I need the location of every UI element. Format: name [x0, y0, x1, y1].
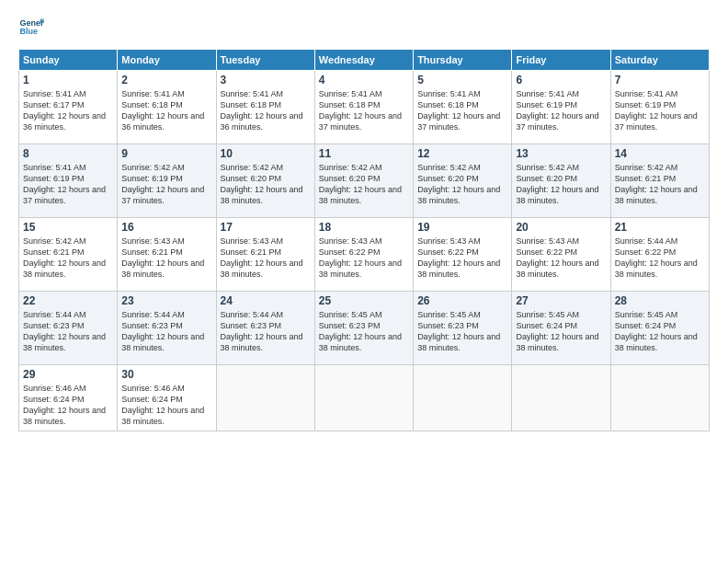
- sunrise-label: Sunrise: 5:44 AM: [615, 236, 678, 246]
- daylight-label: Daylight: 12 hours and 36 minutes.: [221, 111, 303, 132]
- sunrise-label: Sunrise: 5:41 AM: [23, 89, 86, 98]
- sunrise-label: Sunrise: 5:43 AM: [417, 236, 481, 246]
- sunrise-label: Sunrise: 5:41 AM: [516, 89, 579, 98]
- day-number: 26: [417, 294, 507, 307]
- calendar-cell: 1 Sunrise: 5:41 AM Sunset: 6:17 PM Dayli…: [19, 71, 118, 144]
- sunrise-label: Sunrise: 5:41 AM: [319, 89, 382, 98]
- day-number: 8: [23, 147, 113, 160]
- day-number: 9: [121, 147, 211, 160]
- sunset-label: Sunset: 6:20 PM: [221, 174, 282, 183]
- sunset-label: Sunset: 6:19 PM: [23, 174, 85, 183]
- day-info: Sunrise: 5:41 AM Sunset: 6:18 PM Dayligh…: [319, 88, 409, 133]
- sunset-label: Sunset: 6:18 PM: [319, 100, 381, 109]
- calendar-cell: 4 Sunrise: 5:41 AM Sunset: 6:18 PM Dayli…: [314, 71, 413, 144]
- sunset-label: Sunset: 6:21 PM: [615, 174, 677, 183]
- daylight-label: Daylight: 12 hours and 36 minutes.: [121, 111, 204, 132]
- daylight-label: Daylight: 12 hours and 38 minutes.: [221, 185, 303, 205]
- sunset-label: Sunset: 6:23 PM: [121, 321, 183, 330]
- day-info: Sunrise: 5:42 AM Sunset: 6:21 PM Dayligh…: [615, 162, 705, 207]
- day-info: Sunrise: 5:41 AM Sunset: 6:18 PM Dayligh…: [221, 88, 311, 133]
- day-info: Sunrise: 5:44 AM Sunset: 6:23 PM Dayligh…: [221, 309, 311, 354]
- calendar-cell: 18 Sunrise: 5:43 AM Sunset: 6:22 PM Dayl…: [314, 218, 413, 292]
- sunrise-label: Sunrise: 5:41 AM: [23, 163, 86, 172]
- calendar-cell: 28 Sunrise: 5:45 AM Sunset: 6:24 PM Dayl…: [610, 292, 709, 365]
- daylight-label: Daylight: 12 hours and 38 minutes.: [23, 259, 106, 279]
- calendar-cell: 30 Sunrise: 5:46 AM Sunset: 6:24 PM Dayl…: [118, 365, 216, 431]
- sunrise-label: Sunrise: 5:41 AM: [615, 89, 678, 98]
- sunrise-label: Sunrise: 5:46 AM: [121, 384, 185, 393]
- calendar-cell: 2 Sunrise: 5:41 AM Sunset: 6:18 PM Dayli…: [118, 71, 216, 144]
- daylight-label: Daylight: 12 hours and 38 minutes.: [417, 332, 500, 352]
- calendar-cell: 17 Sunrise: 5:43 AM Sunset: 6:21 PM Dayl…: [216, 218, 314, 292]
- calendar-cell: 20 Sunrise: 5:43 AM Sunset: 6:22 PM Dayl…: [512, 218, 610, 292]
- day-info: Sunrise: 5:44 AM Sunset: 6:23 PM Dayligh…: [23, 309, 113, 354]
- sunrise-label: Sunrise: 5:44 AM: [221, 310, 284, 319]
- daylight-label: Daylight: 12 hours and 38 minutes.: [121, 332, 204, 352]
- sunrise-label: Sunrise: 5:43 AM: [516, 236, 579, 246]
- daylight-label: Daylight: 12 hours and 38 minutes.: [417, 259, 500, 279]
- calendar-cell: 23 Sunrise: 5:44 AM Sunset: 6:23 PM Dayl…: [118, 292, 216, 365]
- sunset-label: Sunset: 6:19 PM: [615, 100, 677, 109]
- calendar-cell: 27 Sunrise: 5:45 AM Sunset: 6:24 PM Dayl…: [512, 292, 610, 365]
- sunrise-label: Sunrise: 5:45 AM: [516, 310, 579, 319]
- day-info: Sunrise: 5:43 AM Sunset: 6:22 PM Dayligh…: [417, 236, 507, 281]
- calendar-cell: 19 Sunrise: 5:43 AM Sunset: 6:22 PM Dayl…: [414, 218, 512, 292]
- sunrise-label: Sunrise: 5:43 AM: [121, 236, 185, 246]
- day-number: 13: [516, 147, 606, 160]
- sunset-label: Sunset: 6:20 PM: [417, 174, 479, 183]
- day-number: 10: [221, 147, 311, 160]
- daylight-label: Daylight: 12 hours and 37 minutes.: [417, 111, 500, 132]
- day-number: 19: [417, 221, 507, 234]
- logo-icon: General Blue: [18, 14, 44, 40]
- calendar-cell: [610, 365, 709, 431]
- sunset-label: Sunset: 6:24 PM: [516, 321, 577, 330]
- day-info: Sunrise: 5:41 AM Sunset: 6:17 PM Dayligh…: [23, 88, 113, 133]
- sunset-label: Sunset: 6:21 PM: [23, 247, 85, 257]
- calendar-cell: 21 Sunrise: 5:44 AM Sunset: 6:22 PM Dayl…: [610, 218, 709, 292]
- day-info: Sunrise: 5:44 AM Sunset: 6:22 PM Dayligh…: [615, 236, 705, 281]
- day-number: 14: [615, 147, 705, 160]
- calendar-cell: 8 Sunrise: 5:41 AM Sunset: 6:19 PM Dayli…: [19, 144, 118, 218]
- sunset-label: Sunset: 6:18 PM: [221, 100, 282, 109]
- calendar-header-saturday: Saturday: [610, 50, 709, 71]
- day-number: 24: [221, 294, 311, 307]
- calendar-header-wednesday: Wednesday: [314, 50, 413, 71]
- sunset-label: Sunset: 6:23 PM: [221, 321, 282, 330]
- calendar-header-friday: Friday: [512, 50, 610, 71]
- sunset-label: Sunset: 6:20 PM: [319, 174, 381, 183]
- calendar-cell: 15 Sunrise: 5:42 AM Sunset: 6:21 PM Dayl…: [19, 218, 118, 292]
- sunset-label: Sunset: 6:18 PM: [121, 100, 183, 109]
- calendar-cell: 16 Sunrise: 5:43 AM Sunset: 6:21 PM Dayl…: [118, 218, 216, 292]
- sunset-label: Sunset: 6:22 PM: [615, 247, 677, 257]
- day-number: 29: [23, 368, 113, 381]
- day-number: 25: [319, 294, 409, 307]
- daylight-label: Daylight: 12 hours and 38 minutes.: [417, 185, 500, 205]
- calendar-header-row: SundayMondayTuesdayWednesdayThursdayFrid…: [19, 50, 710, 71]
- day-info: Sunrise: 5:42 AM Sunset: 6:20 PM Dayligh…: [221, 162, 311, 207]
- sunrise-label: Sunrise: 5:41 AM: [121, 89, 185, 98]
- sunset-label: Sunset: 6:23 PM: [417, 321, 479, 330]
- day-number: 2: [121, 74, 211, 86]
- day-number: 30: [121, 368, 211, 381]
- day-info: Sunrise: 5:44 AM Sunset: 6:23 PM Dayligh…: [121, 309, 211, 354]
- calendar-week-5: 29 Sunrise: 5:46 AM Sunset: 6:24 PM Dayl…: [19, 365, 710, 431]
- calendar-week-4: 22 Sunrise: 5:44 AM Sunset: 6:23 PM Dayl…: [19, 292, 710, 365]
- daylight-label: Daylight: 12 hours and 38 minutes.: [121, 259, 204, 279]
- sunrise-label: Sunrise: 5:46 AM: [23, 384, 86, 393]
- sunset-label: Sunset: 6:19 PM: [121, 174, 183, 183]
- daylight-label: Daylight: 12 hours and 37 minutes.: [121, 185, 204, 205]
- sunrise-label: Sunrise: 5:42 AM: [121, 163, 185, 172]
- day-info: Sunrise: 5:46 AM Sunset: 6:24 PM Dayligh…: [121, 383, 211, 428]
- calendar-cell: 25 Sunrise: 5:45 AM Sunset: 6:23 PM Dayl…: [314, 292, 413, 365]
- sunset-label: Sunset: 6:24 PM: [23, 395, 85, 404]
- day-number: 3: [221, 74, 311, 86]
- daylight-label: Daylight: 12 hours and 38 minutes.: [615, 332, 698, 352]
- daylight-label: Daylight: 12 hours and 38 minutes.: [516, 259, 598, 279]
- day-info: Sunrise: 5:43 AM Sunset: 6:22 PM Dayligh…: [516, 236, 606, 281]
- daylight-label: Daylight: 12 hours and 38 minutes.: [516, 185, 598, 205]
- calendar-cell: 5 Sunrise: 5:41 AM Sunset: 6:18 PM Dayli…: [414, 71, 512, 144]
- sunset-label: Sunset: 6:19 PM: [516, 100, 577, 109]
- sunrise-label: Sunrise: 5:42 AM: [615, 163, 678, 172]
- calendar-cell: 12 Sunrise: 5:42 AM Sunset: 6:20 PM Dayl…: [414, 144, 512, 218]
- day-number: 4: [319, 74, 409, 86]
